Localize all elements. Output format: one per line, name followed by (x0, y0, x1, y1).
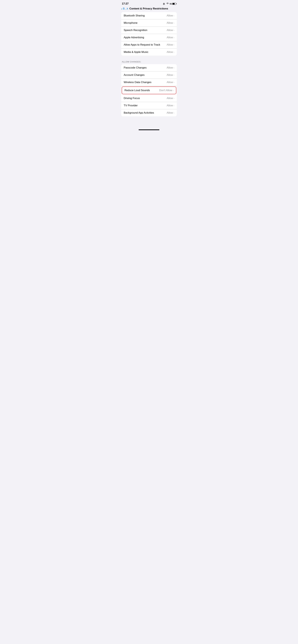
reduce-loud-sounds-value: Don't Allow › (159, 89, 174, 92)
home-bar (138, 130, 160, 130)
privacy-card: Bluetooth Sharing Allow › Microphone All… (121, 12, 177, 56)
tv-provider-label: TV Provider (124, 104, 167, 107)
wireless-data-changes-value: Allow › (167, 81, 174, 84)
apple-advertising-row[interactable]: Apple Advertising Allow › (121, 34, 177, 41)
passcode-changes-chevron: › (174, 66, 174, 69)
media-apple-music-value: Allow › (167, 50, 174, 54)
allow-apps-track-value: Allow › (167, 43, 174, 46)
reduce-loud-sounds-label: Reduce Loud Sounds (124, 89, 159, 92)
driving-focus-chevron: › (174, 97, 174, 100)
wireless-data-changes-label: Wireless Data Changes (124, 81, 167, 84)
driving-focus-row[interactable]: Driving Focus Allow › (121, 95, 177, 102)
wireless-data-changes-row[interactable]: Wireless Data Changes Allow › (121, 79, 177, 86)
tv-provider-row[interactable]: TV Provider Allow › (121, 102, 177, 109)
tv-provider-chevron: › (174, 104, 174, 107)
apple-advertising-label: Apple Advertising (124, 36, 167, 39)
microphone-value-text: Allow (167, 22, 173, 24)
tv-provider-value-text: Allow (167, 104, 173, 107)
apple-advertising-value: Allow › (167, 36, 174, 39)
airplane-icon (163, 2, 165, 5)
driving-focus-label: Driving Focus (124, 97, 167, 100)
allow-apps-track-label: Allow Apps to Request to Track (124, 43, 167, 46)
microphone-row[interactable]: Microphone Allow › (121, 19, 177, 27)
allow-changes-card: Passcode Changes Allow › Account Changes… (121, 64, 177, 116)
allow-changes-label: ALLOW CHANGES: (121, 60, 177, 63)
back-button[interactable]: ‹ B...k (121, 7, 128, 10)
allow-apps-track-chevron: › (174, 44, 174, 46)
speech-recognition-row[interactable]: Speech Recognition Allow › (121, 27, 177, 34)
speech-recognition-value-text: Allow (167, 29, 173, 32)
bluetooth-sharing-value-text: Allow (167, 14, 173, 17)
media-apple-music-value-text: Allow (167, 50, 173, 54)
driving-focus-value: Allow › (167, 97, 174, 100)
back-label: B...k (123, 7, 128, 10)
reduce-loud-sounds-chevron: › (173, 89, 174, 92)
microphone-value: Allow › (167, 22, 174, 24)
privacy-group: Bluetooth Sharing Allow › Microphone All… (121, 12, 177, 56)
account-changes-value-text: Allow (167, 74, 173, 76)
passcode-changes-value: Allow › (167, 66, 174, 69)
status-time: 17:27 (122, 2, 128, 5)
account-changes-row[interactable]: Account Changes Allow › (121, 72, 177, 79)
speech-recognition-value: Allow › (167, 29, 174, 32)
allow-apps-track-value-text: Allow (167, 43, 173, 46)
account-changes-value: Allow › (167, 74, 174, 76)
apple-advertising-chevron: › (174, 36, 174, 39)
battery-fill (173, 3, 175, 4)
background-app-activities-label: Background App Activities (124, 111, 167, 114)
microphone-label: Microphone (124, 22, 167, 24)
status-bar: 17:27 61 (119, 0, 179, 6)
background-app-activities-value-text: Allow (167, 111, 173, 114)
media-apple-music-label: Media & Apple Music (124, 50, 167, 54)
background-app-activities-chevron: › (174, 112, 174, 114)
bluetooth-sharing-value: Allow › (167, 14, 174, 17)
speech-recognition-label: Speech Recognition (124, 29, 167, 32)
bluetooth-sharing-row[interactable]: Bluetooth Sharing Allow › (121, 12, 177, 19)
media-apple-music-chevron: › (174, 51, 174, 53)
allow-apps-track-row[interactable]: Allow Apps to Request to Track Allow › (121, 41, 177, 48)
back-chevron-icon: ‹ (121, 7, 122, 10)
background-app-activities-value: Allow › (167, 111, 174, 114)
tv-provider-value: Allow › (167, 104, 174, 107)
passcode-changes-label: Passcode Changes (124, 66, 167, 69)
bluetooth-sharing-chevron: › (174, 14, 174, 17)
battery-indicator: 61 (170, 3, 176, 5)
reduce-loud-sounds-value-text: Don't Allow (159, 89, 172, 92)
reduce-loud-sounds-row[interactable]: Reduce Loud Sounds Don't Allow › (122, 86, 176, 94)
apple-advertising-value-text: Allow (167, 36, 173, 39)
page-title: Content & Privacy Restrictions (129, 7, 168, 10)
speech-recognition-chevron: › (174, 29, 174, 32)
media-apple-music-row[interactable]: Media & Apple Music Allow › (121, 48, 177, 56)
driving-focus-value-text: Allow (167, 97, 173, 100)
content: Bluetooth Sharing Allow › Microphone All… (119, 12, 179, 128)
passcode-changes-row[interactable]: Passcode Changes Allow › (121, 64, 177, 72)
allow-changes-group: ALLOW CHANGES: Passcode Changes Allow › … (121, 60, 177, 116)
passcode-changes-value-text: Allow (167, 66, 173, 69)
microphone-chevron: › (174, 22, 174, 24)
bluetooth-sharing-label: Bluetooth Sharing (124, 14, 167, 17)
wireless-data-changes-chevron: › (174, 81, 174, 84)
status-icons: 61 (163, 2, 176, 5)
wireless-data-changes-value-text: Allow (167, 81, 173, 84)
nav-bar: ‹ B...k Content & Privacy Restrictions (119, 6, 179, 12)
background-app-activities-row[interactable]: Background App Activities Allow › (121, 109, 177, 116)
battery-percent: 61 (170, 3, 172, 5)
home-indicator-area (119, 128, 179, 133)
wifi-icon (166, 2, 169, 5)
account-changes-label: Account Changes (124, 74, 167, 76)
account-changes-chevron: › (174, 74, 174, 76)
battery-icon (172, 3, 176, 5)
